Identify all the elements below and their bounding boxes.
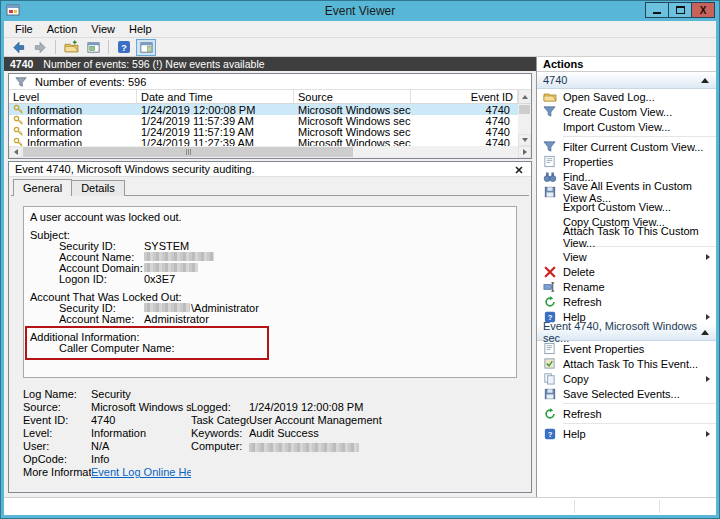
actions-section-4740[interactable]: 4740 [537,72,716,89]
toolbar-separator [108,40,109,54]
user-value: N/A [91,440,191,453]
detail-close-button[interactable] [512,163,526,176]
action-attach-task-event[interactable]: Attach Task To This Event... [537,356,716,371]
table-row[interactable]: Information 1/24/2019 12:00:08 PM Micros… [9,104,518,115]
action-help-event[interactable]: ?Help [537,426,716,441]
column-header-event-id[interactable]: Event ID [411,90,518,103]
scroll-left-button[interactable] [9,146,22,158]
folder-open-icon [542,90,557,104]
scroll-right-button[interactable] [518,146,531,158]
show-action-pane-button[interactable] [136,39,156,56]
audit-key-icon [13,104,24,115]
horizontal-scrollbar[interactable] [9,146,531,158]
tab-details[interactable]: Details [71,180,125,196]
close-icon [515,166,523,174]
minimize-icon [653,12,661,14]
column-header-source[interactable]: Source [294,90,411,103]
event-details-grid: Log Name: Security Source: Microsoft Win… [23,388,517,479]
action-refresh-event[interactable]: Refresh [537,406,716,421]
action-label: View [563,251,587,263]
redacted-value [144,263,198,272]
action-create-custom-view[interactable]: Create Custom View... [537,104,716,119]
menu-action[interactable]: Action [40,22,85,36]
save-icon [542,387,557,401]
scroll-up-button[interactable] [518,90,531,103]
action-filter-current-custom-view[interactable]: Filter Current Custom View... [537,139,716,154]
column-header-level[interactable]: Level [9,90,137,103]
menu-file[interactable]: File [8,22,40,36]
field-value: SYSTEM [144,241,189,252]
vertical-scrollbar-thumb[interactable] [519,105,530,114]
actions-separator [563,403,716,404]
redacted-value [144,303,190,312]
maximize-icon [676,6,685,14]
tab-general[interactable]: General [13,179,72,196]
status-separator [574,500,575,513]
table-row[interactable]: Information 1/24/2019 11:27:39 AM Micros… [9,137,518,146]
action-properties[interactable]: Properties [537,154,716,169]
forward-button[interactable] [30,39,50,56]
event-detail-panel: Event 4740, Microsoft Windows security a… [8,161,532,493]
action-rename[interactable]: Rename [537,279,716,294]
refresh-icon [542,407,557,421]
action-export-custom-view[interactable]: Export Custom View... [537,199,716,214]
svg-text:?: ? [547,430,552,439]
title-bar: Event Viewer X [0,0,720,21]
maximize-button[interactable] [668,2,692,18]
action-save-selected-events[interactable]: Save Selected Events... [537,386,716,401]
status-separator [659,500,660,513]
event-log-online-help-link[interactable]: Event Log Online Help [91,466,191,478]
horizontal-scrollbar-thumb[interactable] [23,147,353,157]
action-label: Properties [563,156,613,168]
opcode-label: OpCode: [23,453,91,466]
action-delete[interactable]: Delete [537,264,716,279]
save-icon [542,185,557,199]
action-event-properties[interactable]: Event Properties [537,341,716,356]
table-row[interactable]: Information 1/24/2019 11:57:39 AM Micros… [9,115,518,126]
task-category-label: Task Category: [191,414,249,427]
action-refresh[interactable]: Refresh [537,294,716,309]
field-value: 0x3E7 [144,274,175,285]
rename-icon [542,280,557,294]
table-row[interactable]: Information 1/24/2019 11:57:19 AM Micros… [9,126,518,137]
filter-text: Number of events: 596 [35,76,146,88]
scroll-right-icon [523,149,527,155]
menu-help[interactable]: Help [122,22,159,36]
actions-section-event-4740[interactable]: Event 4740, Microsoft Windows sec... [537,324,716,341]
scroll-down-icon [522,138,528,142]
row-event-id: 4740 [411,137,514,147]
vertical-scrollbar[interactable] [518,104,531,146]
event-description-box: A user account was locked out. Subject: … [23,206,517,378]
audit-key-icon [13,137,24,146]
task-category-value: User Account Management [249,414,517,427]
window-body: File Action View Help ? 4740 Number of e… [4,21,716,515]
help-button[interactable]: ? [114,39,134,56]
properties-icon [542,342,557,356]
action-copy[interactable]: Copy [537,371,716,386]
minimize-button[interactable] [645,2,669,18]
level-value: Information [91,427,191,440]
menu-view[interactable]: View [84,22,122,36]
back-icon [11,40,26,55]
horizontal-scrollbar-track[interactable] [22,146,518,158]
column-header-date[interactable]: Date and Time [137,90,294,103]
toolbar: ? [4,38,716,57]
row-source: Microsoft Windows security ... [294,137,411,147]
close-button[interactable]: X [691,2,715,18]
console-window-button[interactable] [83,39,103,56]
back-button[interactable] [8,39,28,56]
filter-icon [542,140,557,154]
more-info-label: More Information: [23,466,91,479]
scroll-left-icon [14,149,18,155]
collapse-icon[interactable] [701,78,709,83]
close-icon: X [700,5,707,16]
action-open-saved-log[interactable]: Open Saved Log... [537,89,716,104]
open-saved-log-button[interactable] [61,39,81,56]
action-save-all-events[interactable]: Save All Events in Custom View As... [537,184,716,199]
scroll-down-button[interactable] [518,134,531,146]
notification-bar: 4740 Number of events: 596 (!) New event… [4,57,536,71]
action-view[interactable]: View [537,249,716,264]
action-import-custom-view[interactable]: Import Custom View... [537,119,716,134]
action-attach-task-custom-view[interactable]: Attach Task To This Custom View... [537,229,716,244]
collapse-icon[interactable] [701,330,709,335]
